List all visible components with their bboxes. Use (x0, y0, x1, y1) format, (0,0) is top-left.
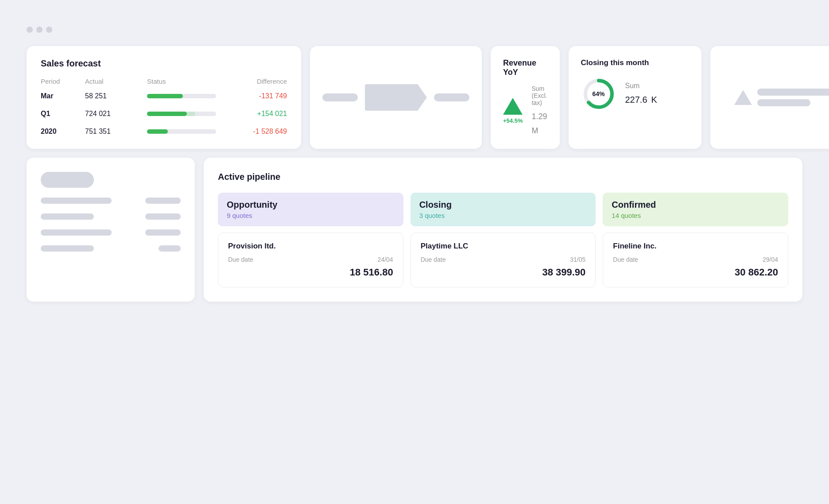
quote-amount-2: 30 862.20 (613, 267, 778, 278)
sidebar-line-4 (145, 213, 181, 220)
col-subtitle-opportunity: 9 quotes (227, 212, 395, 219)
sidebar-line-6 (145, 229, 181, 236)
sidebar-row-3 (41, 229, 181, 236)
bar-mar (147, 94, 216, 98)
closing-sum: Sum 227.6 K (625, 82, 657, 106)
quote-due-row-0: Due date 24/04 (228, 256, 393, 263)
revenue-triangle-icon: +54.5% (503, 98, 523, 124)
titlebar-dot-1 (27, 27, 33, 33)
closing-sum-value: 227.6 K (625, 90, 657, 106)
quote-company-0: Provision ltd. (228, 242, 393, 251)
donut-label: 64% (592, 90, 604, 97)
bar-2020 (147, 129, 216, 134)
revenue-stats: Sum (Excl. tax) 1.29 M (531, 85, 547, 136)
titlebar-dot-3 (46, 27, 52, 33)
quote-company-1: Playtime LLC (421, 242, 586, 251)
col-actual: Actual (85, 78, 147, 85)
col-header-closing: Closing 3 quotes (411, 193, 596, 226)
donut-chart: 64% (581, 76, 616, 112)
pipeline-col-confirmed: Confirmed 14 quotes Fineline Inc. Due da… (603, 193, 788, 287)
sidebar-line-1 (41, 198, 112, 204)
forecast-row-q1: Q1 724 021 +154 021 (41, 110, 287, 118)
revenue-number: 1.29 (531, 112, 547, 121)
revenue-unit: M (531, 126, 538, 135)
quote-card-opportunity[interactable]: Provision ltd. Due date 24/04 18 516.80 (218, 233, 403, 287)
quote-card-confirmed[interactable]: Fineline Inc. Due date 29/04 30 862.20 (603, 233, 788, 287)
pipeline-arrow (365, 84, 427, 111)
sidebar-placeholder-card (27, 158, 195, 302)
col-subtitle-confirmed: 14 quotes (612, 212, 779, 219)
pipeline-bar-right (434, 93, 469, 101)
forecast-table: Period Actual Status Difference Mar 58 2… (41, 78, 287, 136)
quote-due-label-0: Due date (228, 256, 253, 263)
col-subtitle-closing: 3 quotes (419, 212, 587, 219)
diff-q1: +154 021 (225, 110, 287, 118)
col-period: Period (41, 78, 85, 85)
sales-forecast-card: Sales forecast Period Actual Status Diff… (27, 46, 301, 149)
pipeline-visual-card (310, 46, 482, 149)
right-line-2 (757, 99, 810, 106)
pipeline-columns: Opportunity 9 quotes Provision ltd. Due … (218, 193, 788, 287)
closing-sum-unit: K (651, 95, 657, 105)
sidebar-row-1 (41, 198, 181, 204)
sidebar-line-7 (41, 245, 94, 252)
bar-green-mar (147, 94, 183, 98)
col-header-confirmed: Confirmed 14 quotes (603, 193, 788, 226)
col-title-confirmed: Confirmed (612, 200, 779, 210)
quote-due-row-1: Due date 31/05 (421, 256, 586, 263)
quote-card-closing[interactable]: Playtime LLC Due date 31/05 38 399.90 (411, 233, 596, 287)
quote-due-row-2: Due date 29/04 (613, 256, 778, 263)
sidebar-tag (41, 172, 94, 188)
quote-amount-1: 38 399.90 (421, 267, 586, 278)
revenue-value: 1.29 M (531, 108, 547, 136)
pipeline-col-closing: Closing 3 quotes Playtime LLC Due date 3… (411, 193, 596, 287)
revenue-label: Sum (Excl. tax) (531, 85, 547, 106)
quote-due-label-1: Due date (421, 256, 446, 263)
diff-2020: -1 528 649 (225, 128, 287, 136)
bar-green-2020 (147, 129, 168, 134)
actual-q1: 724 021 (85, 110, 147, 118)
revenue-content: +54.5% Sum (Excl. tax) 1.29 M (503, 85, 547, 136)
forecast-row-2020: 2020 751 351 -1 528 649 (41, 128, 287, 136)
top-row: Sales forecast Period Actual Status Diff… (27, 46, 802, 149)
period-mar: Mar (41, 92, 85, 100)
revenue-pct: +54.5% (503, 117, 523, 124)
right-placeholder-lines (757, 89, 829, 106)
pipeline-arrows (322, 58, 469, 136)
col-header-opportunity: Opportunity 9 quotes (218, 193, 403, 226)
sales-forecast-title: Sales forecast (41, 58, 287, 69)
actual-2020: 751 351 (85, 128, 147, 136)
closing-this-month-card: Closing this month 64% Sum 227.6 K (569, 46, 701, 149)
active-pipeline-card: Active pipeline Opportunity 9 quotes Pro… (204, 158, 802, 302)
sidebar-row-4 (41, 245, 181, 252)
pipeline-bar-left (322, 93, 358, 101)
titlebar (27, 27, 802, 33)
period-q1: Q1 (41, 110, 85, 118)
closing-sum-number: 227.6 (625, 95, 647, 105)
quote-due-date-0: 24/04 (378, 256, 393, 263)
right-triangle-icon (734, 90, 752, 105)
actual-mar: 58 251 (85, 92, 147, 100)
right-placeholder-card (710, 46, 829, 149)
period-2020: 2020 (41, 128, 85, 136)
right-line-1 (757, 89, 829, 96)
col-difference: Difference (225, 78, 287, 85)
closing-title: Closing this month (581, 58, 689, 67)
quote-company-2: Fineline Inc. (613, 242, 778, 251)
middle-top: Revenue YoY +54.5% Sum (Excl. tax) 1.29 … (310, 46, 560, 149)
right-placeholder-row-1 (734, 89, 829, 106)
col-status: Status (147, 78, 225, 85)
sidebar-line-5 (41, 229, 112, 236)
bottom-row: Active pipeline Opportunity 9 quotes Pro… (27, 158, 802, 302)
sidebar-line-2 (145, 198, 181, 204)
sidebar-line-8 (159, 245, 181, 252)
sidebar-line-3 (41, 213, 94, 220)
forecast-row-mar: Mar 58 251 -131 749 (41, 92, 287, 100)
quote-amount-0: 18 516.80 (228, 267, 393, 278)
col-title-opportunity: Opportunity (227, 200, 395, 210)
forecast-table-header: Period Actual Status Difference (41, 78, 287, 85)
quote-due-date-1: 31/05 (570, 256, 585, 263)
pipeline-col-opportunity: Opportunity 9 quotes Provision ltd. Due … (218, 193, 403, 287)
titlebar-dot-2 (36, 27, 43, 33)
sidebar-row-2 (41, 213, 181, 220)
